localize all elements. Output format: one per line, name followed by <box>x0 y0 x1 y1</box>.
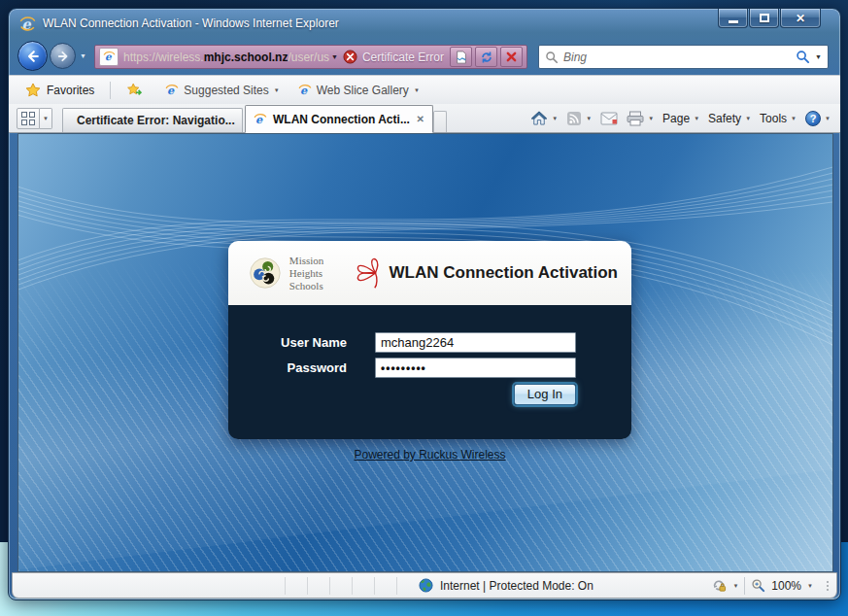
stop-button[interactable] <box>500 47 523 67</box>
window-controls: ✕ <box>717 9 821 28</box>
chevron-down-icon[interactable]: ▼ <box>732 583 738 589</box>
safety-menu-button[interactable]: Safety ▼ <box>708 112 751 125</box>
compatibility-view-button[interactable] <box>450 47 472 67</box>
powered-by-ruckus-link[interactable]: Powered by Ruckus Wireless <box>228 448 631 462</box>
browser-window: e WLAN Connection Activation - Windows I… <box>8 8 841 600</box>
print-button[interactable]: ▼ <box>627 111 654 126</box>
tools-menu-button[interactable]: Tools ▼ <box>760 112 797 125</box>
security-zone[interactable]: Internet | Protected Mode: On <box>419 578 594 593</box>
search-box[interactable]: ▼ <box>538 45 829 69</box>
mission-heights-logo <box>250 251 281 295</box>
close-icon: ✕ <box>796 12 805 25</box>
search-input[interactable] <box>563 51 796 64</box>
minimize-icon <box>729 20 738 23</box>
forward-button[interactable] <box>50 43 76 69</box>
favorites-label: Favorites <box>47 84 94 97</box>
tab-close-icon[interactable]: ✕ <box>417 114 424 124</box>
minimize-button[interactable] <box>718 9 748 28</box>
chevron-down-icon: ▼ <box>791 116 797 121</box>
refresh-button[interactable] <box>475 47 497 67</box>
username-label: User Name <box>228 335 347 350</box>
page-menu-button[interactable]: Page ▼ <box>662 112 699 125</box>
url-domain: mhjc.school.nz <box>204 51 288 64</box>
ie-site-icon: e <box>165 84 179 97</box>
page-viewport: Mission Heights Schools WLAN Connecti <box>17 133 833 572</box>
password-label: Password <box>228 360 347 375</box>
tab-wlan-activation[interactable]: e WLAN Connection Acti... ✕ <box>245 105 433 133</box>
zoom-level[interactable]: 100% <box>771 579 801 593</box>
web-slice-gallery-item[interactable]: e Web Slice Gallery ▼ <box>292 81 425 100</box>
refresh-icon <box>480 51 493 64</box>
title-bar[interactable]: e WLAN Connection Activation - Windows I… <box>9 9 840 38</box>
org-name-line2: Schools <box>289 280 349 292</box>
ie-logo-icon: e <box>19 16 36 32</box>
zoom-icon <box>751 578 765 593</box>
chevron-down-icon: ▼ <box>648 116 654 121</box>
internet-globe-icon <box>419 578 433 593</box>
login-card-area: Mission Heights Schools WLAN Connecti <box>228 241 631 462</box>
back-arrow-icon <box>25 49 41 64</box>
back-button[interactable] <box>17 41 48 71</box>
rss-icon <box>566 111 582 126</box>
url-scheme: https://wireless. <box>123 51 204 64</box>
divider <box>744 577 745 595</box>
desktop: e WLAN Connection Activation - Windows I… <box>0 0 848 616</box>
forward-arrow-icon <box>56 50 70 63</box>
search-options-dropdown[interactable]: ▼ <box>815 53 822 60</box>
login-card: Mission Heights Schools WLAN Connecti <box>228 241 631 439</box>
suggested-sites-item[interactable]: e Suggested Sites ▼ <box>159 81 285 100</box>
page-title: WLAN Connection Activation <box>390 263 618 283</box>
tab-bar: ▼ e Certificate Error: Navigatio... e WL… <box>9 104 840 133</box>
status-bar-segments <box>285 577 419 595</box>
resize-grip[interactable] <box>827 581 829 591</box>
tab-certificate-error[interactable]: e Certificate Error: Navigatio... <box>62 108 243 132</box>
web-slice-gallery-label: Web Slice Gallery <box>317 84 409 97</box>
password-field[interactable] <box>375 358 576 378</box>
chevron-down-icon: ▼ <box>274 87 280 93</box>
home-button[interactable]: ▼ <box>530 111 558 125</box>
add-to-favorites-bar-button[interactable] <box>118 80 153 100</box>
maximize-icon <box>760 14 769 22</box>
ruckus-logo <box>355 250 382 296</box>
ie-site-icon: e <box>298 84 312 97</box>
org-name-line1: Mission Heights <box>289 255 349 280</box>
chevron-down-icon: ▼ <box>586 116 592 121</box>
username-field[interactable] <box>375 332 576 353</box>
login-form: User Name Password Log In <box>228 305 631 439</box>
page-favicon: e <box>99 48 119 66</box>
maximize-button[interactable] <box>749 9 779 28</box>
search-go-icon <box>796 50 810 64</box>
favorites-star-icon <box>25 83 41 98</box>
help-menu-button[interactable]: ? ▼ <box>805 111 831 126</box>
log-in-button[interactable]: Log In <box>514 384 576 405</box>
chevron-down-icon: ▼ <box>552 116 558 121</box>
certificate-error-badge[interactable]: Certificate Error <box>343 50 444 64</box>
tab-list-dropdown[interactable]: ▼ <box>40 108 52 129</box>
certificate-error-label: Certificate Error <box>362 51 444 64</box>
divider <box>110 82 111 99</box>
search-icon <box>545 51 559 64</box>
address-dropdown[interactable]: ▼ <box>331 53 338 60</box>
suggested-sites-label: Suggested Sites <box>184 84 268 97</box>
command-bar: ▼ ▼ ▼ Page ▼ Safety <box>530 111 834 126</box>
window-title: WLAN Connection Activation - Windows Int… <box>43 17 339 30</box>
new-tab-stub[interactable] <box>433 111 447 132</box>
read-mail-button[interactable] <box>600 112 618 125</box>
zone-text: Internet | Protected Mode: On <box>440 579 594 593</box>
url-text[interactable]: https://wireless.mhjc.school.nz/user/use… <box>123 51 329 64</box>
tab-label: Certificate Error: Navigatio... <box>77 114 235 127</box>
address-bar[interactable]: e https://wireless.mhjc.school.nz/user/u… <box>94 45 527 69</box>
tools-menu-label: Tools <box>760 112 787 125</box>
quick-tabs-icon <box>21 112 35 125</box>
help-icon: ? <box>805 111 821 126</box>
status-bar: Internet | Protected Mode: On ▼ 100% ▼ <box>12 572 837 599</box>
page-menu-label: Page <box>662 112 690 125</box>
feeds-button[interactable]: ▼ <box>566 111 592 126</box>
recent-pages-dropdown[interactable]: ▼ <box>80 52 86 59</box>
quick-tabs-button[interactable] <box>17 108 40 129</box>
favorites-button[interactable]: Favorites <box>17 80 103 101</box>
chevron-down-icon: ▼ <box>414 87 420 93</box>
navigation-bar: ▼ e https://wireless.mhjc.school.nz/user… <box>9 38 840 75</box>
close-button[interactable]: ✕ <box>780 9 821 28</box>
chevron-down-icon[interactable]: ▼ <box>807 583 813 589</box>
